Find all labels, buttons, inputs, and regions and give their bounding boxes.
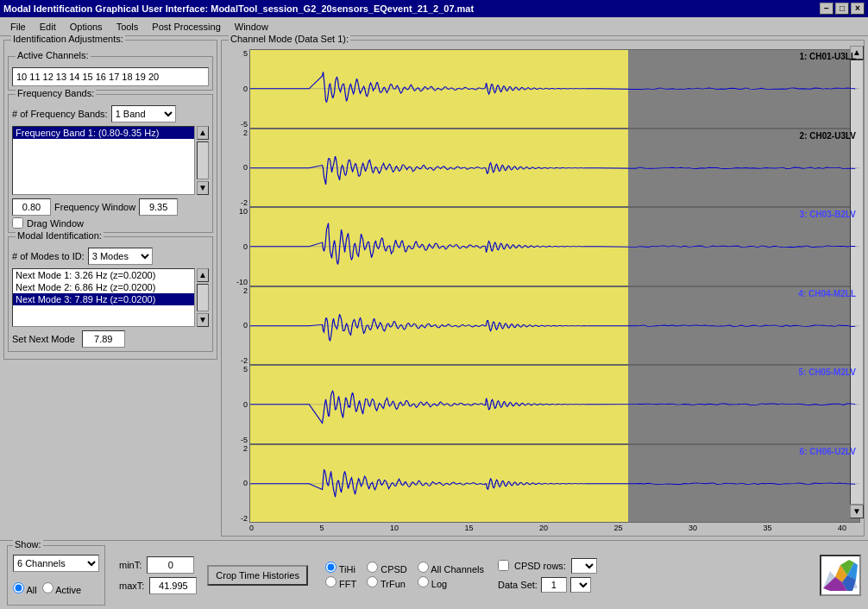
allchannels-log-group: All Channels Log xyxy=(418,562,484,589)
cpsd-rows-label: CPSD rows: xyxy=(514,561,566,571)
menubar: File Edit Options Tools Post Processing … xyxy=(0,17,868,36)
menu-postprocessing[interactable]: Post Processing xyxy=(145,20,227,34)
channel-2-waveform xyxy=(250,129,859,207)
main-area: Identification Adjustments: Active Chann… xyxy=(0,36,868,540)
cpsd-rows-checkbox[interactable] xyxy=(498,560,509,571)
freq-band-item-1[interactable]: Frequency Band 1: (0.80-9.35 Hz) xyxy=(13,127,194,139)
channel-5-canvas: 5: CH05-M2LV xyxy=(249,365,860,444)
set-next-mode-input[interactable]: 7.89 xyxy=(82,330,125,348)
drag-window-row: Drag Window xyxy=(12,217,209,229)
allchannels-radio-label: All Channels xyxy=(418,562,484,574)
active-channels-display: 10 11 12 13 14 15 16 17 18 19 20 xyxy=(12,67,209,86)
frequency-bands-group: Frequency Bands: # of Frequency Bands: 1… xyxy=(8,94,213,233)
close-button[interactable]: × xyxy=(851,3,865,15)
drag-window-checkbox[interactable] xyxy=(12,217,23,229)
menu-edit[interactable]: Edit xyxy=(33,20,63,34)
mode-item-1[interactable]: Next Mode 1: 3.26 Hz (z=0.0200) xyxy=(13,269,194,281)
allchannels-radio[interactable] xyxy=(418,562,429,573)
maxt-input[interactable]: 41.995 xyxy=(149,577,197,594)
freq-listbox-scroll-down[interactable]: ▼ xyxy=(197,181,209,195)
channel-panel-title: Channel Mode (Data Set 1): xyxy=(229,34,350,44)
maximize-button[interactable]: □ xyxy=(835,3,849,15)
trfun-radio[interactable] xyxy=(367,576,378,587)
freq-high-input[interactable]: 9.35 xyxy=(139,198,178,216)
mint-input[interactable]: 0 xyxy=(147,556,194,574)
frequency-band-listbox[interactable]: Frequency Band 1: (0.80-9.35 Hz) xyxy=(12,126,195,195)
channel-2-label: 2: CH02-U3LV xyxy=(800,131,856,141)
channel-4-label: 4: CH04-M2LL xyxy=(798,289,856,298)
channel-plot-3: 100-103: CH03-B2LV xyxy=(225,207,860,286)
menu-window[interactable]: Window xyxy=(228,20,275,34)
set-next-mode-label: Set Next Mode xyxy=(12,334,75,344)
all-radio-label: All xyxy=(13,582,37,595)
channel-1-waveform xyxy=(250,50,859,128)
channel-3-yaxis: 100-10 xyxy=(225,207,249,286)
channels-select[interactable]: 6 Channels xyxy=(13,555,99,572)
menu-options[interactable]: Options xyxy=(63,20,110,34)
all-active-row: All Active xyxy=(13,582,99,595)
channels-select-row: 6 Channels xyxy=(13,555,99,572)
channel-6-label: 6: CH06-U2LV xyxy=(800,447,856,456)
channel-plot-6: 20-26: CH06-U2LV xyxy=(225,444,860,524)
crop-btn-container: Crop Time Histories xyxy=(207,565,308,586)
channel-6-waveform xyxy=(250,445,859,523)
channel-3-waveform xyxy=(250,208,859,286)
modes-listbox-scroll-up[interactable]: ▲ xyxy=(197,268,209,282)
dataset-label: Data Set: xyxy=(498,580,538,590)
channel-3-canvas: 3: CH03-B2LV xyxy=(249,207,860,286)
x-axis-labels: 0 5 10 15 20 25 30 35 40 xyxy=(225,524,860,532)
log-radio[interactable] xyxy=(418,576,429,587)
window-title: Modal Identification Graphical User Inte… xyxy=(3,3,820,14)
crop-button[interactable]: Crop Time Histories xyxy=(207,565,308,586)
channel-5-label: 5: CH05-M2LV xyxy=(799,367,857,377)
modes-listbox[interactable]: Next Mode 1: 3.26 Hz (z=0.0200) Next Mod… xyxy=(12,268,195,327)
num-bands-select[interactable]: 1 Band xyxy=(111,105,176,122)
tihi-fft-group: TiHi FFT xyxy=(325,562,356,589)
channel-4-canvas: 4: CH04-M2LL xyxy=(249,286,860,366)
plots-area: 50-51: CH01-U3LL20-22: CH02-U3LV100-103:… xyxy=(225,49,860,532)
cpsd-radio[interactable] xyxy=(367,562,378,573)
num-modes-row: # of Modes to ID: 3 Modes xyxy=(12,248,209,265)
set-next-mode-row: Set Next Mode 7.89 xyxy=(12,330,209,348)
channel-2-canvas: 2: CH02-U3LV xyxy=(249,129,860,208)
num-modes-select[interactable]: 3 Modes xyxy=(88,248,153,265)
fft-radio-label: FFT xyxy=(325,576,356,589)
left-panel: Identification Adjustments: Active Chann… xyxy=(3,40,217,537)
dataset-select[interactable] xyxy=(570,577,591,593)
modes-listbox-scroll-down[interactable]: ▼ xyxy=(197,313,209,327)
cpsd-rows-select[interactable] xyxy=(571,558,597,574)
dataset-input[interactable]: 1 xyxy=(541,577,567,593)
frequency-inputs-row: 0.80 Frequency Window 9.35 xyxy=(12,198,209,216)
channel-3-label: 3: CH03-B2LV xyxy=(800,210,856,219)
mode-item-3[interactable]: Next Mode 3: 7.89 Hz (z=0.0200) xyxy=(13,293,194,305)
frequency-window-label: Frequency Window xyxy=(54,202,135,212)
log-radio-label: Log xyxy=(418,576,484,589)
freq-listbox-scroll-up[interactable]: ▲ xyxy=(197,126,209,140)
channel-4-yaxis: 20-2 xyxy=(225,286,249,366)
active-radio[interactable] xyxy=(42,582,53,593)
cpsd-trfun-group: CPSD TrFun xyxy=(367,562,407,589)
radio-options-section: TiHi FFT CPSD TrFun All Channels xyxy=(325,562,484,589)
channel-5-waveform xyxy=(250,366,859,443)
fft-radio[interactable] xyxy=(325,576,337,587)
cpsd-dataset-section: CPSD rows: Data Set: 1 xyxy=(498,558,597,593)
modal-identification-title: Modal Identification: xyxy=(16,230,104,241)
identification-adjustments-group: Identification Adjustments: Active Chann… xyxy=(3,40,217,360)
active-channels-title: Active Channels: xyxy=(16,50,91,60)
matlab-logo-svg xyxy=(823,558,858,593)
frequency-bands-title: Frequency Bands: xyxy=(16,88,96,98)
cpsd-rows-row: CPSD rows: xyxy=(498,558,597,574)
menu-tools[interactable]: Tools xyxy=(110,20,146,34)
channel-6-yaxis: 20-2 xyxy=(225,444,249,524)
show-group: Show: 6 Channels All Active xyxy=(7,545,105,606)
channel-1-label: 1: CH01-U3LL xyxy=(799,52,856,61)
all-radio[interactable] xyxy=(13,582,24,593)
num-modes-label: # of Modes to ID: xyxy=(12,251,85,261)
tihi-radio-label: TiHi xyxy=(325,562,356,574)
identification-adjustments-title: Identification Adjustments: xyxy=(11,34,125,44)
menu-file[interactable]: File xyxy=(3,20,33,34)
tihi-radio[interactable] xyxy=(325,562,337,573)
minimize-button[interactable]: − xyxy=(820,3,833,15)
freq-low-input[interactable]: 0.80 xyxy=(12,198,51,216)
mode-item-2[interactable]: Next Mode 2: 6.86 Hz (z=0.0200) xyxy=(13,281,194,293)
